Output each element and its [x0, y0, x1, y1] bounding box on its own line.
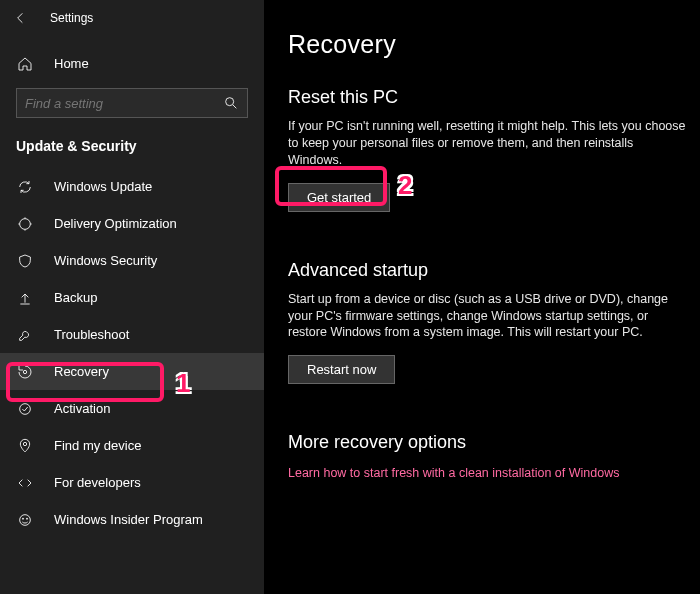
- nav-label: Delivery Optimization: [54, 216, 177, 231]
- nav-label: Troubleshoot: [54, 327, 129, 342]
- app-title: Settings: [50, 11, 93, 25]
- sidebar: Settings Home Update & Security Windows …: [0, 0, 264, 594]
- home-item[interactable]: Home: [0, 46, 264, 80]
- shield-icon: [16, 252, 34, 269]
- search-icon: [223, 95, 239, 112]
- clean-install-link[interactable]: Learn how to start fresh with a clean in…: [288, 466, 619, 480]
- arrow-left-icon: [13, 10, 29, 26]
- home-label: Home: [54, 56, 89, 71]
- annotation-number-2: 2: [398, 170, 412, 201]
- home-icon: [16, 54, 34, 72]
- sidebar-item-find-my-device[interactable]: Find my device: [0, 427, 264, 464]
- nav-label: Windows Update: [54, 179, 152, 194]
- svg-point-7: [26, 518, 28, 520]
- sidebar-item-delivery-optimization[interactable]: Delivery Optimization: [0, 205, 264, 242]
- wrench-icon: [16, 326, 34, 343]
- svg-point-0: [226, 98, 234, 106]
- svg-point-5: [20, 515, 31, 526]
- code-icon: [16, 474, 34, 491]
- search-input[interactable]: [25, 96, 205, 111]
- sidebar-item-backup[interactable]: Backup: [0, 279, 264, 316]
- search-box[interactable]: [16, 88, 248, 118]
- sidebar-item-windows-update[interactable]: Windows Update: [0, 168, 264, 205]
- main-content: Recovery Reset this PC If your PC isn't …: [264, 0, 700, 594]
- nav-label: Activation: [54, 401, 110, 416]
- delivery-icon: [16, 215, 34, 232]
- nav-label: Windows Insider Program: [54, 512, 203, 527]
- get-started-button[interactable]: Get started: [288, 183, 390, 212]
- sync-icon: [16, 178, 34, 195]
- svg-point-3: [20, 404, 31, 415]
- restart-now-button[interactable]: Restart now: [288, 355, 395, 384]
- back-button[interactable]: [6, 3, 36, 33]
- advanced-description: Start up from a device or disc (such as …: [288, 291, 688, 342]
- svg-point-1: [20, 219, 31, 230]
- sidebar-item-troubleshoot[interactable]: Troubleshoot: [0, 316, 264, 353]
- advanced-heading: Advanced startup: [288, 260, 700, 281]
- nav-label: For developers: [54, 475, 141, 490]
- nav-label: Backup: [54, 290, 97, 305]
- backup-icon: [16, 289, 34, 306]
- sidebar-item-windows-security[interactable]: Windows Security: [0, 242, 264, 279]
- more-options-heading: More recovery options: [288, 432, 700, 453]
- sidebar-item-windows-insider[interactable]: Windows Insider Program: [0, 501, 264, 538]
- sidebar-item-for-developers[interactable]: For developers: [0, 464, 264, 501]
- nav-label: Recovery: [54, 364, 109, 379]
- page-title: Recovery: [288, 0, 700, 79]
- insider-icon: [16, 511, 34, 528]
- nav-label: Windows Security: [54, 253, 157, 268]
- svg-point-4: [23, 442, 26, 445]
- location-icon: [16, 437, 34, 454]
- reset-description: If your PC isn't running well, resetting…: [288, 118, 688, 169]
- sidebar-section-title: Update & Security: [0, 130, 264, 168]
- svg-point-2: [23, 370, 26, 373]
- header-row: Settings: [0, 0, 264, 36]
- sidebar-item-recovery[interactable]: Recovery: [0, 353, 264, 390]
- search-wrap: [0, 80, 264, 130]
- recovery-icon: [16, 363, 34, 380]
- activation-icon: [16, 400, 34, 417]
- nav-label: Find my device: [54, 438, 141, 453]
- sidebar-item-activation[interactable]: Activation: [0, 390, 264, 427]
- reset-heading: Reset this PC: [288, 87, 700, 108]
- svg-point-6: [22, 518, 24, 520]
